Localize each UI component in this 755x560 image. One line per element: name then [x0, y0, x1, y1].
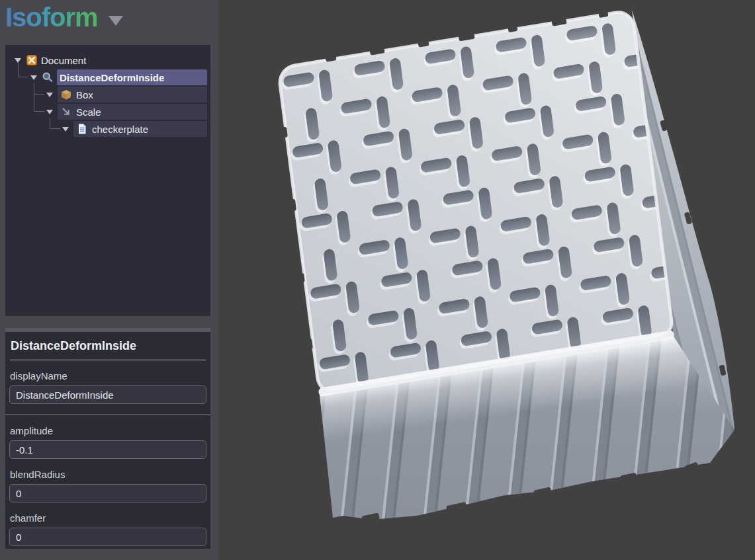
tree-item-label: Document: [41, 55, 86, 66]
model-checkerplate-box[interactable]: [277, 7, 734, 523]
magnifier-icon: [42, 71, 54, 83]
expand-arrow-icon[interactable]: [30, 75, 37, 80]
tree-item-Scale[interactable]: Scale: [5, 103, 210, 120]
tree-item-Document[interactable]: Document: [5, 52, 210, 69]
field-label-amplitude: amplitude: [10, 425, 206, 436]
tree-item-highlight: DistanceDeformInside: [57, 69, 207, 85]
field-label-displayName: displayName: [10, 370, 206, 381]
scale-arrow-icon: [60, 106, 72, 118]
tree-item-label: checkerplate: [92, 124, 148, 135]
tree-item-label: Scale: [76, 106, 101, 118]
field-input-chamfer[interactable]: [9, 528, 206, 546]
tree-item-Box[interactable]: Box: [5, 86, 210, 103]
tree-item-highlight: checkerplate: [73, 121, 207, 137]
properties-panel: DistanceDeformInside displayName amplitu…: [5, 328, 210, 549]
app-menu[interactable]: Isoform: [5, 3, 123, 32]
document-root-icon: [26, 54, 38, 66]
tree-item-label: DistanceDeformInside: [60, 72, 164, 83]
field-input-blendRadius[interactable]: [9, 484, 206, 502]
tree-item-label: Box: [76, 89, 93, 100]
expand-arrow-icon[interactable]: [62, 127, 69, 132]
expand-arrow-icon[interactable]: [46, 93, 53, 97]
tree-item-highlight: Scale: [58, 104, 207, 120]
properties-title: DistanceDeformInside: [5, 332, 210, 360]
app-logo: Isoform: [5, 3, 98, 32]
divider: [10, 360, 206, 360]
expand-arrow-icon[interactable]: [46, 110, 53, 114]
field-label-chamfer: chamfer: [10, 512, 206, 524]
field-input-amplitude[interactable]: [9, 440, 206, 459]
box-icon: [60, 89, 72, 100]
expand-arrow-icon[interactable]: [15, 58, 21, 63]
chevron-down-icon[interactable]: [109, 16, 123, 26]
field-label-blendRadius: blendRadius: [10, 469, 206, 480]
tree-item-DistanceDeformInside[interactable]: DistanceDeformInside: [5, 69, 210, 86]
field-input-displayName[interactable]: [9, 385, 206, 404]
divider: [5, 415, 210, 415]
tree-item-highlight: Box: [58, 87, 207, 102]
scene-tree-panel: Document DistanceDeformInside Box Scale …: [5, 45, 210, 316]
sidebar: Isoform Document DistanceDeformInside Bo…: [0, 0, 218, 560]
tree-item-checkerplate[interactable]: checkerplate: [5, 120, 210, 138]
file-icon: [76, 123, 88, 135]
viewport-3d[interactable]: [218, 0, 755, 560]
viewport-3d-canvas[interactable]: [218, 0, 755, 560]
